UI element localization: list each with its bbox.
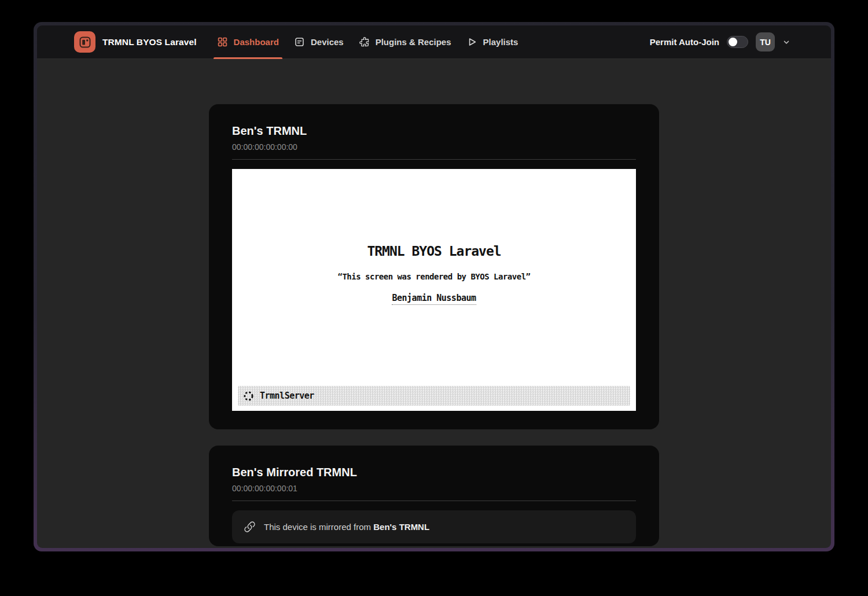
chevron-down-icon [782,38,790,46]
nav-items: Dashboard Devices [209,25,526,58]
toggle-knob [729,38,737,46]
nav-item-label: Playlists [483,37,518,47]
app-title: TRMNL BYOS Laravel [102,37,197,47]
user-initials: TU [760,38,771,47]
screen-status-bar: TrmnlServer [238,386,630,406]
device-mac-address: 00:00:00:00:00:00 [232,142,636,152]
divider [232,159,636,160]
nav-item-playlists[interactable]: Playlists [459,25,526,58]
window-body: TRMNL BYOS Laravel Dashboard [37,25,831,548]
device-name: Ben's Mirrored TRMNL [232,465,636,479]
nav-item-devices[interactable]: Devices [286,25,351,58]
mirror-notice: This device is mirrored from Ben's TRMNL [232,510,636,543]
nav-item-label: Plugins & Recipes [376,37,451,47]
user-avatar[interactable]: TU [756,32,775,51]
nav-item-label: Dashboard [234,37,279,47]
play-icon [466,36,477,47]
grid-icon [217,36,228,47]
navbar-right: Permit Auto-Join TU [650,32,790,51]
device-list-icon [294,36,305,47]
nav-item-dashboard[interactable]: Dashboard [209,25,286,58]
screen-subtitle: “This screen was rendered by BYOS Larave… [337,271,530,282]
nav-item-label: Devices [311,37,344,47]
device-mac-address: 00:00:00:00:00:01 [232,484,636,493]
nav-item-plugins-recipes[interactable]: Plugins & Recipes [351,25,459,58]
divider [232,501,636,501]
device-screen-preview: TRMNL BYOS Laravel “This screen was rend… [232,169,636,411]
trmnl-logo-icon [74,31,95,53]
top-navbar: TRMNL BYOS Laravel Dashboard [37,25,831,59]
main-content: Ben's TRMNL 00:00:00:00:00:00 TRMNL BYOS… [37,59,831,548]
permit-auto-join-label: Permit Auto-Join [650,37,719,47]
mirror-notice-text: This device is mirrored from Ben's TRMNL [264,522,429,532]
link-icon [244,521,256,533]
permit-auto-join-toggle[interactable] [727,36,748,48]
device-card: Ben's Mirrored TRMNL 00:00:00:00:00:01 T… [209,446,659,546]
mirror-prefix: This device is mirrored from [264,522,371,532]
screen-title: TRMNL BYOS Laravel [367,243,501,259]
mirror-source-name: Ben's TRMNL [373,522,429,532]
app-window: TRMNL BYOS Laravel Dashboard [34,22,834,551]
device-card: Ben's TRMNL 00:00:00:00:00:00 TRMNL BYOS… [209,104,659,429]
user-menu-button[interactable] [782,38,790,46]
spinner-icon [243,391,254,402]
brand[interactable]: TRMNL BYOS Laravel [74,31,197,53]
screen-footer-label: TrmnlServer [260,391,314,401]
puzzle-icon [359,36,370,47]
device-name: Ben's TRMNL [232,124,636,138]
screen-author-link: Benjamin Nussbaum [392,293,476,305]
